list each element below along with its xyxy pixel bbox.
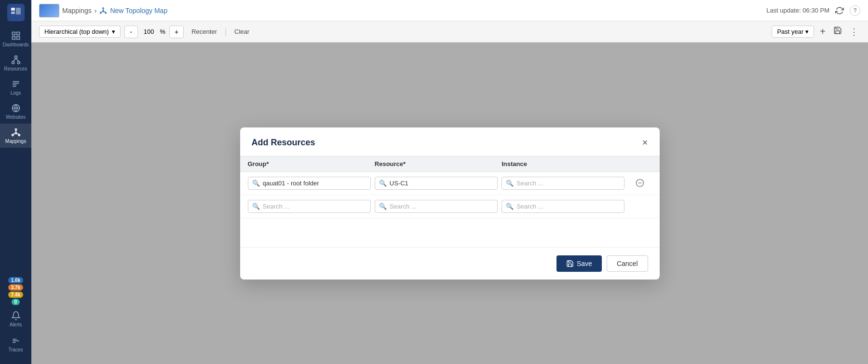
thumbnail [39, 4, 59, 17]
group-value-row1: qauat01 - root folder [263, 180, 319, 187]
svg-point-28 [103, 8, 104, 9]
zoom-percent: % [160, 28, 165, 35]
badge-74k: 7.4k [8, 292, 23, 298]
svg-point-18 [15, 129, 16, 130]
instance-placeholder-row1: Search ... [516, 180, 543, 187]
sidebar-item-traces[interactable]: Traces [8, 332, 23, 356]
header-right: Last update: 06:30 PM ? [766, 5, 860, 16]
sidebar-item-alerts[interactable]: Alerts [8, 307, 23, 331]
add-resources-modal: Add Resources × Group* Resource* Instanc… [240, 127, 660, 280]
help-button[interactable]: ? [850, 5, 860, 16]
sidebar: Dashboards Resources Logs Websites [0, 0, 31, 364]
resource-search-row1[interactable]: 🔍 US-C1 [375, 177, 498, 190]
group-placeholder-row2: Search ... [263, 203, 290, 210]
table-row: 🔍 Search ... 🔍 Search ... 🔍 Search ... [240, 195, 660, 218]
svg-rect-0 [11, 8, 15, 11]
layout-select[interactable]: Hierarchical (top down) ▾ [39, 26, 121, 38]
svg-point-9 [17, 61, 20, 64]
app-logo[interactable] [7, 4, 25, 21]
instance-placeholder-row2: Search ... [516, 203, 543, 210]
svg-point-7 [14, 56, 17, 58]
topology-icon [99, 7, 107, 14]
table-header: Group* Resource* Instance [240, 156, 660, 172]
modal-overlay: Add Resources × Group* Resource* Instanc… [31, 42, 868, 364]
alerts-section: 1.0k 3.7k 7.4k 0 Alerts Traces [8, 277, 23, 360]
badge-0: 0 [12, 299, 20, 305]
time-range-selector[interactable]: Past year ▾ [772, 26, 814, 38]
remove-row1-button[interactable] [628, 178, 651, 188]
chevron-down-icon: ▾ [112, 28, 115, 35]
svg-rect-1 [11, 12, 15, 14]
svg-rect-2 [16, 8, 21, 14]
past-year-label: Past year [777, 28, 803, 35]
breadcrumb-current: New Topology Map [110, 7, 167, 14]
clear-button[interactable]: Clear [231, 26, 253, 37]
svg-line-10 [13, 58, 16, 62]
svg-line-11 [16, 58, 19, 62]
more-options-button[interactable]: ⋮ [848, 26, 860, 38]
resource-placeholder-row2: Search ... [390, 203, 417, 210]
toolbar: Hierarchical (top down) ▾ - 100 % + Rece… [31, 21, 868, 42]
add-button[interactable]: + [818, 25, 827, 38]
group-search-row1[interactable]: 🔍 qauat01 - root folder [248, 177, 371, 190]
svg-line-24 [16, 134, 19, 135]
col-header-instance: Instance [502, 160, 628, 168]
svg-point-8 [12, 61, 14, 64]
sidebar-item-dashboards[interactable]: Dashboards [0, 27, 31, 51]
zoom-in-button[interactable]: + [169, 26, 184, 38]
instance-search-row2[interactable]: 🔍 Search ... [502, 200, 624, 213]
breadcrumb: Mappings › New Topology Map [39, 4, 167, 17]
modal-title: Add Resources [252, 138, 315, 148]
save-icon [566, 260, 574, 267]
zoom-out-button[interactable]: - [124, 26, 138, 38]
refresh-icon[interactable] [835, 6, 844, 15]
last-update: Last update: 06:30 PM [766, 7, 829, 14]
save-label: Save [577, 260, 592, 267]
resource-value-row1: US-C1 [390, 180, 408, 187]
map-canvas: Add Resources × Group* Resource* Instanc… [31, 42, 868, 364]
modal-footer: Save Cancel [240, 247, 660, 280]
search-icon: 🔍 [252, 203, 260, 210]
svg-rect-5 [12, 37, 15, 40]
main-content: Mappings › New Topology Map Last update:… [31, 0, 868, 364]
group-search-row2[interactable]: 🔍 Search ... [248, 200, 371, 213]
svg-rect-3 [12, 32, 15, 35]
svg-line-33 [101, 12, 103, 12]
search-icon: 🔍 [379, 180, 387, 187]
badge-37k: 3.7k [8, 284, 23, 291]
col-header-group: Group* [248, 160, 375, 168]
svg-rect-6 [16, 37, 19, 40]
sidebar-item-resources[interactable]: Resources [0, 51, 31, 75]
save-map-button[interactable] [831, 25, 844, 38]
recenter-button[interactable]: Recenter [188, 26, 221, 37]
table-row: 🔍 qauat01 - root folder 🔍 US-C1 🔍 Search… [240, 172, 660, 195]
sidebar-item-mappings[interactable]: Mappings [0, 124, 31, 148]
modal-header: Add Resources × [240, 127, 660, 156]
badge-1k: 1.0k [8, 277, 23, 283]
save-button[interactable]: Save [556, 255, 602, 272]
chevron-down-icon-time: ▾ [805, 28, 809, 35]
sidebar-item-websites[interactable]: Websites [0, 99, 31, 124]
svg-line-23 [13, 134, 15, 135]
modal-close-button[interactable]: × [642, 137, 648, 148]
breadcrumb-parent[interactable]: Mappings [62, 7, 92, 14]
instance-search-row1[interactable]: 🔍 Search ... [502, 177, 624, 190]
col-header-resource: Resource* [375, 160, 502, 168]
breadcrumb-sep: › [95, 7, 97, 14]
sidebar-item-logs[interactable]: Logs [0, 75, 31, 99]
svg-line-34 [104, 12, 106, 12]
zoom-value: 100 [142, 28, 156, 35]
svg-rect-4 [16, 32, 19, 35]
search-icon: 🔍 [506, 203, 514, 210]
search-icon: 🔍 [379, 203, 387, 210]
resource-search-row2[interactable]: 🔍 Search ... [375, 200, 498, 213]
modal-body: Group* Resource* Instance 🔍 qauat01 - ro… [240, 156, 660, 218]
header: Mappings › New Topology Map Last update:… [31, 0, 868, 21]
cancel-button[interactable]: Cancel [607, 255, 648, 272]
layout-label: Hierarchical (top down) [44, 28, 109, 35]
search-icon: 🔍 [252, 180, 260, 187]
search-icon: 🔍 [506, 180, 514, 187]
